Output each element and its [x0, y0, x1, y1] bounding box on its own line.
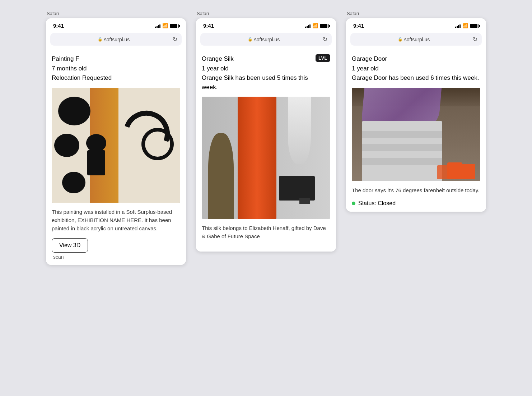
status-bar-3: 9:41 📶	[346, 18, 486, 32]
painting-figure	[80, 134, 112, 177]
url-bar-1[interactable]: 🔒 softsurpl.us ↻	[50, 33, 182, 46]
status-dot	[352, 202, 355, 205]
status-icons-1: 📶	[155, 23, 179, 28]
lock-icon-3: 🔒	[398, 37, 403, 42]
signal-icon-2	[305, 24, 311, 28]
signal-icon-3	[455, 24, 461, 28]
url-content-1: 🔒 softsurpl.us	[55, 37, 173, 42]
url-content-2: 🔒 softsurpl.us	[205, 37, 323, 42]
item-temp-note: The door says it's 76 degrees farenheit …	[352, 186, 480, 194]
content-1: Painting F 7 months old Relocation Reque…	[46, 49, 186, 265]
silk-image	[202, 97, 330, 219]
item-age-1: 7 months old	[52, 64, 180, 73]
url-bar-2[interactable]: 🔒 softsurpl.us ↻	[200, 33, 332, 46]
status-bar-2: 9:41 📶	[196, 18, 336, 32]
item-note-2: Orange Silk has been used 5 times this w…	[202, 73, 316, 92]
content-2: Orange Silk 1 year old Orange Silk has b…	[196, 49, 336, 252]
view-3d-button[interactable]: View 3D	[52, 238, 88, 253]
safari-label-2: Safari	[196, 11, 209, 16]
phone-1: 9:41 📶 🔒 softsurpl.us ↻ Painting F 7	[46, 18, 186, 265]
item-note-3: Garage Door has been used 6 times this w…	[352, 73, 480, 83]
reload-icon-3[interactable]: ↻	[473, 36, 477, 43]
content-3: Garage Door 1 year old Garage Door has b…	[346, 49, 486, 212]
item-description-2: This silk belongs to Elizabeth Henaff, g…	[202, 224, 330, 241]
reload-icon-1[interactable]: ↻	[173, 36, 177, 43]
garage-image	[352, 88, 480, 181]
url-text-1: softsurpl.us	[104, 37, 130, 42]
wifi-icon-3: 📶	[462, 23, 468, 28]
scan-label: scan	[53, 254, 180, 260]
status-icons-2: 📶	[305, 23, 329, 28]
item-title-2: Orange Silk	[202, 54, 316, 64]
battery-icon-1	[170, 24, 179, 28]
phone-2: 9:41 📶 🔒 softsurpl.us ↻	[196, 18, 336, 252]
item-age-2: 1 year old	[202, 64, 316, 73]
title-meta-group: Orange Silk 1 year old Orange Silk has b…	[202, 54, 316, 92]
status-icons-3: 📶	[455, 23, 479, 28]
status-time-2: 9:41	[203, 23, 214, 29]
item-age-3: 1 year old	[352, 64, 480, 73]
item-title-1: Painting F	[52, 54, 180, 64]
status-time-1: 9:41	[53, 23, 64, 29]
title-badge-row: Orange Silk 1 year old Orange Silk has b…	[202, 54, 330, 92]
url-content-3: 🔒 softsurpl.us	[355, 37, 473, 42]
url-text-2: softsurpl.us	[254, 37, 280, 42]
safari-label-1: Safari	[46, 11, 59, 16]
url-text-3: softsurpl.us	[404, 37, 430, 42]
phone-wrapper-1: Safari 9:41 📶 🔒 softsurpl.us ↻	[46, 11, 186, 265]
phone-wrapper-3: Safari 9:41 📶 🔒 softsurpl.us ↻	[346, 11, 486, 212]
item-description-1: This painting was installed in a Soft Su…	[52, 208, 180, 233]
svg-rect-1	[87, 150, 105, 175]
battery-icon-3	[470, 24, 479, 28]
wifi-icon-1: 📶	[162, 23, 168, 28]
status-time-3: 9:41	[353, 23, 364, 29]
painting-image-1	[52, 88, 180, 203]
safari-label-3: Safari	[346, 11, 359, 16]
status-row: Status: Closed	[352, 200, 480, 207]
item-note-1: Relocation Requested	[52, 73, 180, 83]
phone-wrapper-2: Safari 9:41 📶 🔒 softsurpl.us ↻	[196, 11, 336, 252]
wifi-icon-2: 📶	[312, 23, 318, 28]
svg-rect-2	[86, 141, 106, 146]
signal-icon-1	[155, 24, 160, 28]
status-bar-1: 9:41 📶	[46, 18, 186, 32]
lvl-badge: LVL	[316, 54, 330, 62]
item-title-3: Garage Door	[352, 54, 480, 64]
lock-icon-2: 🔒	[248, 37, 253, 42]
lock-icon-1: 🔒	[98, 37, 103, 42]
status-text: Status: Closed	[358, 200, 396, 207]
reload-icon-2[interactable]: ↻	[323, 36, 327, 43]
battery-icon-2	[320, 24, 329, 28]
url-bar-3[interactable]: 🔒 softsurpl.us ↻	[350, 33, 482, 46]
phone-3: 9:41 📶 🔒 softsurpl.us ↻ Garage Door 1	[346, 18, 486, 212]
